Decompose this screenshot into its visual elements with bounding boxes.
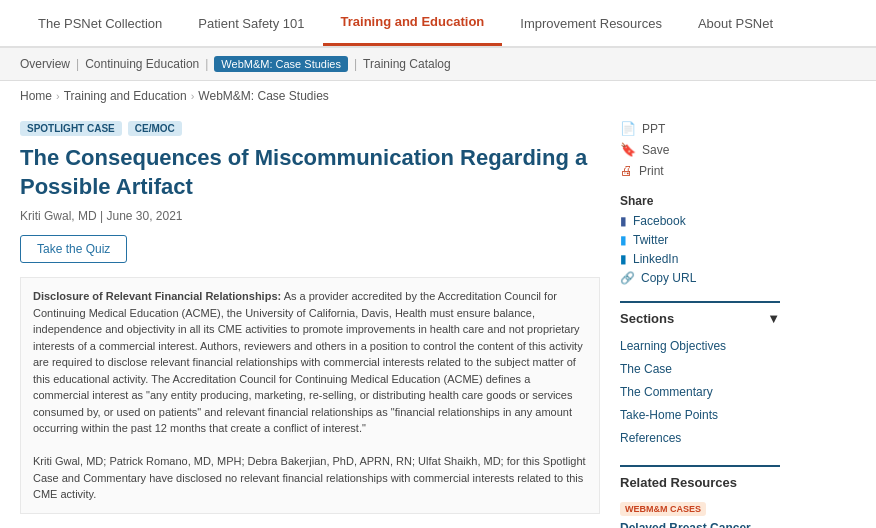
sidebar-actions: 📄 PPT 🔖 Save 🖨 Print bbox=[620, 121, 780, 178]
twitter-label: Twitter bbox=[633, 233, 668, 247]
subnav-sep2: | bbox=[205, 57, 208, 71]
nav-patient-safety[interactable]: Patient Safety 101 bbox=[180, 2, 322, 45]
related-link-1[interactable]: Delayed Breast Cancer Diagnosis: A False… bbox=[620, 520, 780, 528]
save-button[interactable]: 🔖 Save bbox=[620, 142, 780, 157]
share-linkedin[interactable]: ▮ LinkedIn bbox=[620, 252, 780, 266]
related-item-1: WebM&M Cases Delayed Breast Cancer Diagn… bbox=[620, 500, 780, 528]
top-nav: The PSNet Collection Patient Safety 101 … bbox=[0, 0, 876, 48]
copy-url-button[interactable]: 🔗 Copy URL bbox=[620, 271, 780, 285]
section-learning-objectives[interactable]: Learning Objectives bbox=[620, 334, 780, 357]
sidebar: 📄 PPT 🔖 Save 🖨 Print Share ▮ Facebook ▮ … bbox=[620, 121, 780, 528]
nav-psnet-collection[interactable]: The PSNet Collection bbox=[20, 2, 180, 45]
breadcrumb-home[interactable]: Home bbox=[20, 89, 52, 103]
article-badges: Spotlight Case CE/MOC bbox=[20, 121, 600, 136]
nav-about[interactable]: About PSNet bbox=[680, 2, 791, 45]
badge-spotlight: Spotlight Case bbox=[20, 121, 122, 136]
sections-toggle-icon: ▼ bbox=[767, 311, 780, 326]
breadcrumb-training[interactable]: Training and Education bbox=[64, 89, 187, 103]
disclosure-title: Disclosure of Relevant Financial Relatio… bbox=[33, 290, 281, 302]
link-icon: 🔗 bbox=[620, 271, 635, 285]
section-take-home[interactable]: Take-Home Points bbox=[620, 403, 780, 426]
badge-cme: CE/MOC bbox=[128, 121, 182, 136]
breadcrumb-current: WebM&M: Case Studies bbox=[198, 89, 329, 103]
subnav-training-catalog[interactable]: Training Catalog bbox=[363, 57, 451, 71]
facebook-label: Facebook bbox=[633, 214, 686, 228]
section-commentary[interactable]: The Commentary bbox=[620, 380, 780, 403]
share-twitter[interactable]: ▮ Twitter bbox=[620, 233, 780, 247]
subnav-webmm[interactable]: WebM&M: Case Studies bbox=[214, 56, 348, 72]
related-resources-title: Related Resources bbox=[620, 465, 780, 490]
article-content: Spotlight Case CE/MOC The Consequences o… bbox=[20, 121, 600, 528]
disclosure-box: Disclosure of Relevant Financial Relatio… bbox=[20, 277, 600, 514]
article-author: Kriti Gwal, MD | June 30, 2021 bbox=[20, 209, 600, 223]
main-layout: Spotlight Case CE/MOC The Consequences o… bbox=[0, 111, 876, 528]
article-title: The Consequences of Miscommunication Reg… bbox=[20, 144, 600, 201]
twitter-icon: ▮ bbox=[620, 233, 627, 247]
breadcrumb-arrow2: › bbox=[191, 90, 195, 102]
disclosure-names: Kriti Gwal, MD; Patrick Romano, MD, MPH;… bbox=[33, 455, 586, 500]
save-label: Save bbox=[642, 143, 669, 157]
copy-url-label: Copy URL bbox=[641, 271, 696, 285]
section-the-case[interactable]: The Case bbox=[620, 357, 780, 380]
sections-title: Sections bbox=[620, 311, 674, 326]
breadcrumb-arrow1: › bbox=[56, 90, 60, 102]
print-button[interactable]: 🖨 Print bbox=[620, 163, 780, 178]
linkedin-label: LinkedIn bbox=[633, 252, 678, 266]
print-icon: 🖨 bbox=[620, 163, 633, 178]
disclosure-text: As a provider accredited by the Accredit… bbox=[33, 290, 583, 434]
nav-training-education[interactable]: Training and Education bbox=[323, 0, 503, 46]
nav-improvement[interactable]: Improvement Resources bbox=[502, 2, 680, 45]
sub-nav: Overview | Continuing Education | WebM&M… bbox=[0, 48, 876, 81]
sidebar-share: Share ▮ Facebook ▮ Twitter ▮ LinkedIn 🔗 … bbox=[620, 194, 780, 285]
sections-header[interactable]: Sections ▼ bbox=[620, 303, 780, 334]
ppt-icon: 📄 bbox=[620, 121, 636, 136]
facebook-icon: ▮ bbox=[620, 214, 627, 228]
sections-panel: Sections ▼ Learning Objectives The Case … bbox=[620, 301, 780, 449]
print-label: Print bbox=[639, 164, 664, 178]
save-icon: 🔖 bbox=[620, 142, 636, 157]
subnav-continuing-ed[interactable]: Continuing Education bbox=[85, 57, 199, 71]
share-label: Share bbox=[620, 194, 780, 208]
subnav-overview[interactable]: Overview bbox=[20, 57, 70, 71]
subnav-sep3: | bbox=[354, 57, 357, 71]
related-badge-1: WebM&M Cases bbox=[620, 502, 706, 516]
linkedin-icon: ▮ bbox=[620, 252, 627, 266]
take-quiz-button[interactable]: Take the Quiz bbox=[20, 235, 127, 263]
section-references[interactable]: References bbox=[620, 426, 780, 449]
subnav-sep1: | bbox=[76, 57, 79, 71]
breadcrumb: Home › Training and Education › WebM&M: … bbox=[0, 81, 876, 111]
share-facebook[interactable]: ▮ Facebook bbox=[620, 214, 780, 228]
sections-list: Learning Objectives The Case The Comment… bbox=[620, 334, 780, 449]
ppt-label: PPT bbox=[642, 122, 665, 136]
ppt-button[interactable]: 📄 PPT bbox=[620, 121, 780, 136]
